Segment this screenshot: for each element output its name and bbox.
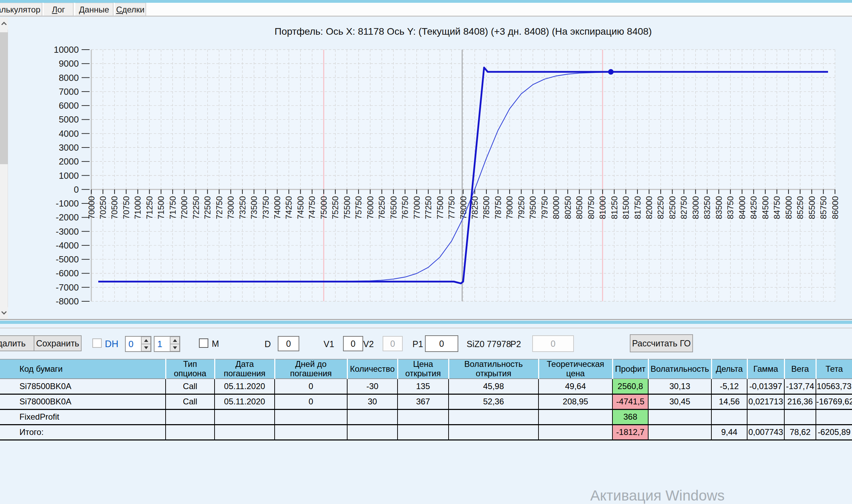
- dh-label[interactable]: DH: [105, 339, 118, 350]
- calculate-margin-button[interactable]: Рассчитать ГО: [630, 334, 693, 352]
- tab-data-label: Данные: [79, 3, 109, 16]
- table-cell: 30,13: [648, 379, 711, 394]
- table-row[interactable]: Si78500BK0ACall05.11.20200-3013545,9849,…: [0, 379, 852, 394]
- arrow-down-icon: [144, 346, 148, 349]
- column-header[interactable]: Волатильность открытия: [449, 359, 538, 379]
- m-checkbox[interactable]: [199, 338, 208, 348]
- dh-checkbox[interactable]: [92, 338, 102, 348]
- scroll-down-button[interactable]: [0, 307, 8, 319]
- d-input[interactable]: [278, 336, 299, 351]
- spinner-down-button[interactable]: [170, 344, 179, 351]
- x-tick-label: 83500: [714, 196, 724, 219]
- table-cell: 135: [398, 379, 449, 394]
- table-cell: Call: [166, 379, 215, 394]
- table-cell: 9,44: [711, 425, 747, 440]
- x-tick-label: 85250: [795, 196, 805, 219]
- spinner-up-button[interactable]: [141, 337, 151, 344]
- tab-data[interactable]: Данные: [75, 3, 114, 17]
- x-tick-label: 77000: [412, 196, 421, 219]
- table-cell: [648, 425, 711, 440]
- scrollbar-thumb[interactable]: [0, 32, 8, 164]
- x-tick-label: 71250: [145, 196, 154, 219]
- table-cell: [648, 409, 711, 425]
- table-cell: 30,45: [648, 394, 711, 409]
- x-tick-label: 80000: [551, 196, 561, 219]
- table-cell: [275, 425, 347, 440]
- table-cell: 78,62: [784, 425, 816, 440]
- column-header[interactable]: Дата погашения: [215, 359, 275, 379]
- x-tick-label: 82250: [656, 196, 665, 219]
- y-tick-label: -7000: [56, 282, 79, 293]
- x-tick-label: 76000: [366, 196, 375, 219]
- column-header[interactable]: Дельта: [711, 359, 747, 379]
- instrument-price-label: SiZ0 77978: [467, 339, 511, 349]
- tab-calculator[interactable]: Калькулятор: [0, 3, 42, 17]
- y-tick-label: -3000: [56, 226, 79, 237]
- x-tick-label: 76500: [389, 196, 398, 219]
- x-tick-label: 72750: [215, 196, 224, 219]
- x-tick-label: 84000: [737, 196, 747, 219]
- tab-deals[interactable]: Сделки: [115, 3, 146, 17]
- y-tick-label: 8000: [59, 73, 79, 83]
- scroll-up-button[interactable]: [0, 18, 8, 30]
- table-cell: [449, 409, 538, 425]
- dh-spinner-2[interactable]: 1: [154, 336, 180, 352]
- column-header[interactable]: Вега: [784, 359, 816, 379]
- column-header[interactable]: Код бумаги: [0, 359, 166, 379]
- delete-button[interactable]: Удалить: [0, 335, 35, 351]
- table-cell: [538, 425, 612, 440]
- table-cell: 367: [398, 394, 449, 409]
- save-button[interactable]: Сохранить: [34, 335, 82, 351]
- column-header[interactable]: Профит: [612, 359, 648, 379]
- x-tick-label: 75750: [354, 196, 363, 219]
- x-tick-label: 77500: [435, 196, 445, 219]
- column-header[interactable]: Количество: [347, 359, 398, 379]
- chevron-down-icon: [1, 309, 7, 315]
- table-cell: Итого:: [0, 425, 166, 440]
- portfolio-chart-panel: -8000-7000-6000-5000-4000-3000-2000-1000…: [0, 18, 852, 319]
- tab-log-label: Лог: [52, 3, 65, 16]
- column-header[interactable]: Волатильность: [648, 359, 711, 379]
- y-tick-label: 2000: [59, 156, 79, 167]
- window-accent-strip: [0, 0, 852, 3]
- positions-table: Код бумагиТип опционаДата погашенияДней …: [0, 359, 852, 440]
- spinner-down-button[interactable]: [141, 344, 151, 351]
- x-tick-label: 85750: [819, 196, 828, 219]
- table-cell: 0,021713: [747, 394, 784, 409]
- column-header[interactable]: Гамма: [747, 359, 784, 379]
- x-tick-label: 74250: [284, 196, 293, 219]
- profit-cell: -4741,5: [612, 394, 648, 409]
- y-tick-label: -5000: [56, 254, 79, 264]
- v1-label: V1: [324, 339, 334, 349]
- x-tick-label: 73000: [226, 196, 235, 219]
- v2-input: [383, 336, 403, 351]
- x-tick-label: 85000: [784, 196, 793, 219]
- table-cell: -6205,89: [816, 425, 852, 440]
- dh-spinner-1[interactable]: 0: [125, 336, 151, 352]
- table-cell: 14,56: [711, 394, 747, 409]
- splitter-bar[interactable]: [0, 321, 852, 324]
- table-cell: [538, 409, 612, 425]
- table-row[interactable]: Итого:-1812,79,440,00774378,62-6205,89: [0, 425, 852, 440]
- column-header[interactable]: Тета: [816, 359, 852, 379]
- table-cell: 05.11.2020: [215, 379, 275, 394]
- tab-log[interactable]: Лог: [44, 3, 74, 17]
- chart-vertical-scrollbar[interactable]: [0, 18, 8, 319]
- x-tick-label: 76250: [377, 196, 386, 219]
- column-header[interactable]: Цена открытия: [398, 359, 449, 379]
- spinner-up-button[interactable]: [170, 337, 179, 344]
- m-label[interactable]: M: [212, 339, 219, 349]
- table-row[interactable]: Si78000BK0ACall05.11.202003036752,36208,…: [0, 394, 852, 409]
- table-cell: [215, 409, 275, 425]
- v1-input[interactable]: [343, 336, 363, 351]
- x-tick-label: 80250: [563, 196, 573, 219]
- p1-input[interactable]: [425, 335, 458, 352]
- table-row[interactable]: FixedProfit368: [0, 409, 852, 425]
- table-cell: [816, 409, 852, 425]
- column-header[interactable]: Тип опциона: [166, 359, 215, 379]
- column-header[interactable]: Дней до погашения: [275, 359, 347, 379]
- table-cell: Si78000BK0A: [0, 394, 166, 409]
- payoff-chart[interactable]: -8000-7000-6000-5000-4000-3000-2000-1000…: [0, 18, 852, 319]
- x-tick-label: 86000: [830, 196, 840, 219]
- column-header[interactable]: Теоретическая цена: [538, 359, 612, 379]
